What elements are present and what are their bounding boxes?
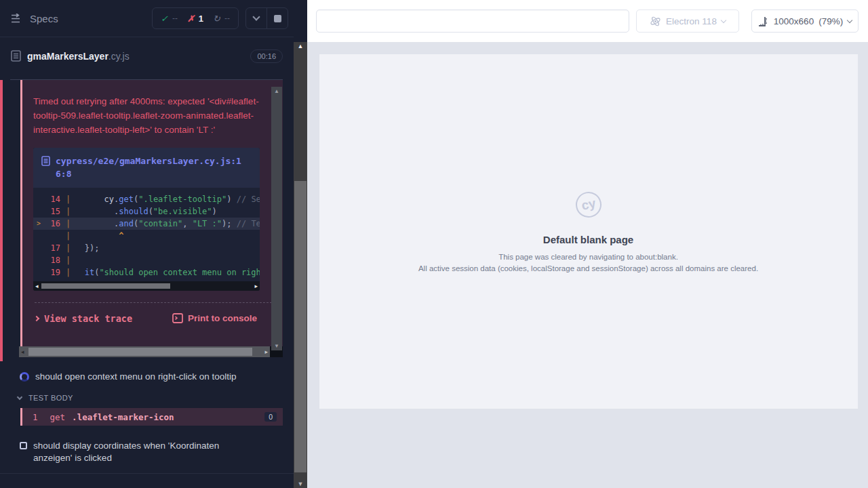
chevron-down-icon — [252, 13, 260, 20]
test-row-pending[interactable]: should display coordinates when 'Koordin… — [0, 440, 294, 464]
spec-name: gmaMarkersLayer — [27, 51, 108, 62]
terminal-icon — [172, 313, 183, 323]
test-title: should open context menu on right-click … — [35, 371, 259, 383]
stop-run-button[interactable] — [267, 8, 288, 28]
scroll-up-icon[interactable]: ▲ — [271, 88, 282, 94]
error-hscrollbar-thumb[interactable] — [28, 348, 252, 356]
browser-label: Electron 118 — [666, 16, 717, 26]
stat-passed: ✓ -- — [161, 14, 178, 23]
viewport-scale-label: (79%) — [818, 16, 843, 26]
electron-icon — [650, 16, 661, 27]
spec-row[interactable]: gmaMarkersLayer.cy.js 00:16 — [0, 37, 294, 75]
chevron-down-icon — [17, 394, 22, 399]
chevron-down-icon — [721, 17, 726, 22]
test-title: should display coordinates when 'Koordin… — [33, 440, 257, 464]
scroll-left-icon[interactable]: ◂ — [35, 281, 39, 291]
scroll-right-icon[interactable]: ▸ — [264, 346, 268, 357]
code-frame-header[interactable]: cypress/e2e/gmaMarkersLayer.cy.js:16:8 — [33, 148, 260, 188]
browser-pane: Electron 118 1000x660 (79%) cy Default b… — [307, 0, 868, 488]
scroll-right-icon[interactable]: ▸ — [254, 281, 258, 291]
browser-topbar: Electron 118 1000x660 (79%) — [307, 0, 868, 42]
test-body-toggle[interactable]: TEST BODY — [0, 394, 294, 402]
blank-page-line1: This page was cleared by navigating to a… — [319, 253, 858, 261]
x-icon: ✗ — [187, 14, 195, 23]
collapse-all-button[interactable] — [246, 8, 267, 28]
divider — [0, 473, 294, 474]
code-scrollbar-thumb[interactable] — [41, 283, 170, 289]
specs-list-icon[interactable] — [11, 14, 23, 23]
error-panel: Timed out retrying after 4000ms: expecte… — [20, 80, 283, 352]
viewport-size-button[interactable]: 1000x660 (79%) — [751, 9, 859, 33]
code-lines: 14| cy.get(".leaflet-tooltip") // Sele15… — [33, 188, 260, 281]
spec-extension: .cy.js — [108, 51, 130, 62]
specs-title: Specs — [30, 13, 58, 24]
error-vertical-scrollbar[interactable]: ▲ ▼ — [271, 87, 282, 350]
error-horizontal-scrollbar[interactable]: ◂ ▸ — [19, 346, 270, 357]
sidebar-scrollbar-thumb[interactable] — [294, 181, 307, 472]
browser-select-button[interactable]: Electron 118 — [636, 9, 739, 33]
test-stats: ✓ -- ✗ 1 ↻ -- — [152, 7, 239, 29]
cypress-app: Specs ✓ -- ✗ 1 ↻ -- — [0, 0, 868, 488]
command-log-row[interactable]: 1 get .leaflet-marker-icon 0 — [20, 408, 283, 426]
stop-icon — [274, 15, 281, 22]
code-frame: cypress/e2e/gmaMarkersLayer.cy.js:16:8 1… — [33, 148, 260, 291]
scroll-up-icon[interactable]: ▲ — [294, 43, 307, 49]
failed-attempt-region: Timed out retrying after 4000ms: expecte… — [0, 75, 294, 363]
viewport-stage: cy Default blank page This page was clea… — [307, 42, 868, 488]
test-body-label: TEST BODY — [28, 394, 73, 402]
command-target: .leaflet-marker-icon — [72, 412, 174, 422]
blank-page-title: Default blank page — [319, 234, 858, 245]
ruler-icon — [758, 16, 769, 26]
viewport-size-label: 1000x660 — [774, 16, 814, 26]
chevron-right-icon — [34, 316, 39, 321]
stat-pending: ↻ -- — [213, 14, 230, 23]
scroll-down-icon[interactable]: ▼ — [294, 481, 307, 487]
sidebar-scrollbar[interactable]: ▲ ▼ — [294, 42, 307, 488]
restart-icon: ↻ — [213, 14, 220, 23]
run-controls — [245, 7, 288, 29]
print-to-console-button[interactable]: Print to console — [172, 313, 257, 323]
chevron-down-icon — [847, 17, 852, 22]
reporter-sidebar: Specs ✓ -- ✗ 1 ↻ -- — [0, 0, 307, 488]
check-icon: ✓ — [161, 14, 168, 23]
cypress-logo: cy — [573, 189, 604, 220]
reporter-content: Specs ✓ -- ✗ 1 ↻ -- — [0, 0, 294, 488]
blank-page-line2: All active session data (cookies, localS… — [319, 264, 858, 272]
pending-square-icon — [20, 442, 27, 449]
test-row-running[interactable]: should open context menu on right-click … — [0, 371, 294, 383]
reporter-header: Specs ✓ -- ✗ 1 ↻ -- — [0, 0, 294, 37]
command-count-badge: 0 — [264, 412, 277, 422]
code-horizontal-scrollbar[interactable]: ◂ ▸ — [33, 281, 260, 291]
running-spinner-icon — [20, 372, 29, 382]
view-stack-trace-link[interactable]: View stack trace — [35, 313, 132, 324]
stat-failed: ✗ 1 — [187, 14, 203, 24]
scroll-down-icon[interactable]: ▼ — [271, 343, 282, 349]
error-message: Timed out retrying after 4000ms: expecte… — [33, 95, 264, 138]
url-input[interactable] — [316, 9, 629, 33]
command-method: get — [50, 412, 66, 422]
error-actions: View stack trace Print to console — [33, 303, 273, 324]
code-frame-file-link[interactable]: cypress/e2e/gmaMarkersLayer.cy.js:16:8 — [56, 155, 252, 181]
aut-viewport: cy Default blank page This page was clea… — [319, 54, 858, 409]
scroll-left-icon[interactable]: ◂ — [21, 346, 24, 357]
file-icon — [41, 156, 50, 181]
spec-file-icon — [11, 50, 21, 62]
spec-duration-badge: 00:16 — [250, 49, 283, 63]
failed-attempt-indicator — [0, 80, 3, 361]
command-number: 1 — [33, 412, 38, 422]
